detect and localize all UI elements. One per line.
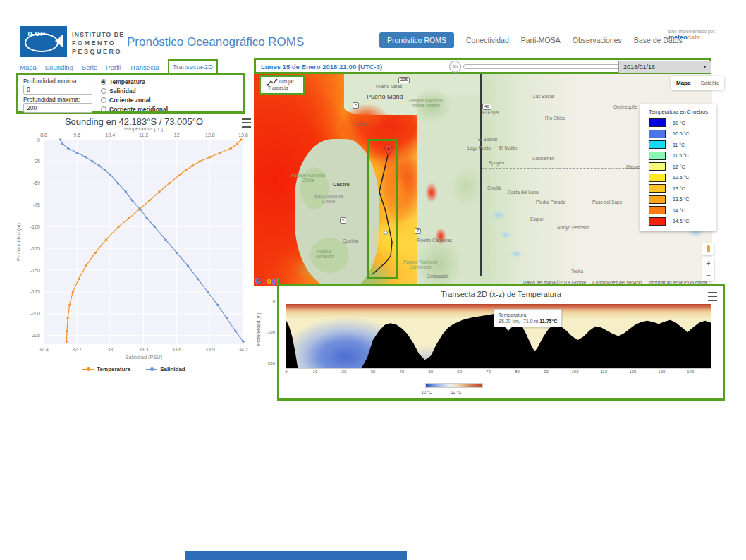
transect-x-tick: 10 <box>310 370 321 374</box>
min-depth-label: Profundidad minima: <box>23 78 78 85</box>
subnav-item-transecta[interactable]: Transecta <box>130 63 159 71</box>
legend-label: 14 °C <box>673 208 685 213</box>
brand-meteo[interactable]: meteo <box>668 34 687 41</box>
legend-swatch <box>649 130 666 138</box>
radio-button-selected[interactable] <box>101 79 106 85</box>
colorbar-label-low: 10 °C <box>417 390 436 394</box>
legend-row: 10.5 °C <box>649 130 689 138</box>
legend-item-salinidad[interactable]: Salinidad <box>146 366 185 372</box>
sounding-chart: Sounding en 42.183°S / 73.005°O 0-25-50-… <box>14 115 254 390</box>
date-select[interactable]: 2018/01/16 ▼ <box>618 61 711 73</box>
svg-text:-25: -25 <box>33 159 40 164</box>
time-slider-track[interactable] <box>463 64 624 69</box>
variable-radio-row: Corriente meridional <box>101 106 168 113</box>
map-legend: Temperatura en 0 metros 10 °C10.5 °C11 °… <box>640 104 716 231</box>
credit: sitio implementado por: meteodata <box>668 29 716 40</box>
svg-text:33.6: 33.6 <box>172 347 182 352</box>
svg-text:temperatura [°C]: temperatura [°C] <box>124 128 163 132</box>
draw-transect-label-2: Transecta <box>268 85 288 90</box>
fish-tail-icon <box>55 35 63 47</box>
svg-text:-200: -200 <box>30 311 40 316</box>
pegman-control[interactable] <box>702 243 714 255</box>
pegman-icon <box>707 245 710 252</box>
radio-button-unselected[interactable] <box>101 88 106 94</box>
nav-item-pron-stico-roms[interactable]: Pronóstico ROMS <box>379 32 454 48</box>
footer-bar <box>185 551 407 560</box>
svg-text:33.9: 33.9 <box>205 347 215 352</box>
transect-x-tick: 110 <box>598 370 609 374</box>
subnav-item-mapa[interactable]: Mapa <box>20 63 37 71</box>
institute-line: INSTITUTO DE <box>72 30 124 39</box>
brand-data[interactable]: data <box>687 34 701 41</box>
time-slider-handle[interactable]: 0 h <box>449 61 461 73</box>
legend-label: 11 °C <box>673 142 685 147</box>
transect-menu-icon[interactable] <box>708 292 717 301</box>
max-depth-input[interactable] <box>23 103 92 113</box>
subnav-item-sounding[interactable]: Sounding <box>45 63 73 71</box>
svg-text:-150: -150 <box>30 268 40 273</box>
map-type-satelite[interactable]: Satélite <box>695 76 724 90</box>
sounding-menu-icon[interactable] <box>242 118 251 128</box>
svg-text:-50: -50 <box>33 181 40 185</box>
nav-item-conectividad[interactable]: Conectividad <box>466 36 509 44</box>
tooltip-title: Temperatura <box>499 312 557 318</box>
legend-swatch <box>649 140 666 149</box>
google-logo-letter: g <box>272 276 277 285</box>
subnav-item-transecta-2d[interactable]: Transecta-2D <box>168 59 218 74</box>
legend-marker <box>82 369 94 370</box>
subnav-item-serie[interactable]: Serie <box>82 63 97 71</box>
variable-radio-row: Coriente zonal <box>101 97 151 104</box>
transect-colorbar <box>425 383 483 388</box>
top-nav: Pronóstico ROMSConectividadParti-MOSAObs… <box>379 32 683 48</box>
legend-swatch <box>649 217 666 226</box>
transect-x-tick: 40 <box>396 370 408 374</box>
legend-row: 13.5 °C <box>649 195 689 204</box>
legend-swatch <box>649 184 666 193</box>
map-type-switch: Mapa Satélite <box>671 76 724 90</box>
legend-label: 10.5 °C <box>673 131 689 136</box>
sub-nav: MapaSoundingSeriePerfilTransectaTransect… <box>20 61 218 73</box>
svg-text:8.8: 8.8 <box>40 133 47 138</box>
time-bar: Lunes 15 de Enero 2018 21:00 (UTC-3) 0 h… <box>254 58 711 74</box>
radio-button-unselected[interactable] <box>101 97 106 103</box>
svg-text:33: 33 <box>107 347 113 352</box>
legend-label: 14.5 °C <box>673 219 689 224</box>
transect-x-tick: 70 <box>483 370 494 374</box>
zoom-in-button[interactable]: + <box>702 257 714 269</box>
transect-chart: Transecta 2D (x-z) de Temperatura 010203… <box>277 284 725 401</box>
nav-item-observaciones[interactable]: Observaciones <box>573 36 622 44</box>
min-depth-input[interactable] <box>23 85 92 95</box>
nav-item-parti-mosa[interactable]: Parti-MOSA <box>521 36 561 44</box>
transect-y-axis-label: Profundidad (m) <box>256 312 261 346</box>
draw-transect-button[interactable]: Dibujar Transecta <box>261 77 303 93</box>
credit-brand[interactable]: meteodata <box>668 35 716 40</box>
transect-x-tick: 0 <box>281 370 292 374</box>
zoom-out-button[interactable]: − <box>702 269 714 281</box>
svg-text:Profundidad (m): Profundidad (m) <box>16 223 22 261</box>
svg-text:Salinidad [PSU]: Salinidad [PSU] <box>125 354 162 360</box>
subnav-item-perfil[interactable]: Perfil <box>106 63 121 71</box>
variable-radio-row: Temperatura <box>101 78 145 85</box>
institute-line: FOMENTO <box>72 39 124 47</box>
transect-x-tick: 20 <box>338 370 350 374</box>
sounding-plot[interactable]: 0-25-50-75-100-125-150-175-200-2258.89.6… <box>14 128 254 364</box>
svg-text:9.6: 9.6 <box>73 133 80 138</box>
transect-x-tick: 140 <box>685 370 696 374</box>
variable-radio-row: Salinidad <box>101 87 136 95</box>
legend-label: 12.5 °C <box>673 175 689 180</box>
svg-text:34.2: 34.2 <box>238 347 248 352</box>
svg-text:13.6: 13.6 <box>238 133 248 138</box>
legend-item-temperatura[interactable]: Temperatura <box>82 366 130 372</box>
map-zoom-controls: + − <box>702 257 714 281</box>
map-type-mapa[interactable]: Mapa <box>671 76 695 90</box>
transect-annotation-rect <box>367 139 398 279</box>
transect-x-tick: 100 <box>570 370 581 374</box>
radio-button-unselected[interactable] <box>101 106 106 112</box>
ifop-logo: IFOP <box>20 26 67 57</box>
legend-label: 10 °C <box>673 121 685 126</box>
legend-swatch <box>649 206 666 214</box>
transect-chart-title: Transecta 2D (x-z) de Temperatura <box>279 290 723 298</box>
legend-row: 14 °C <box>649 206 685 214</box>
legend-marker <box>146 369 157 370</box>
sounding-chart-title: Sounding en 42.183°S / 73.005°O <box>14 116 254 127</box>
